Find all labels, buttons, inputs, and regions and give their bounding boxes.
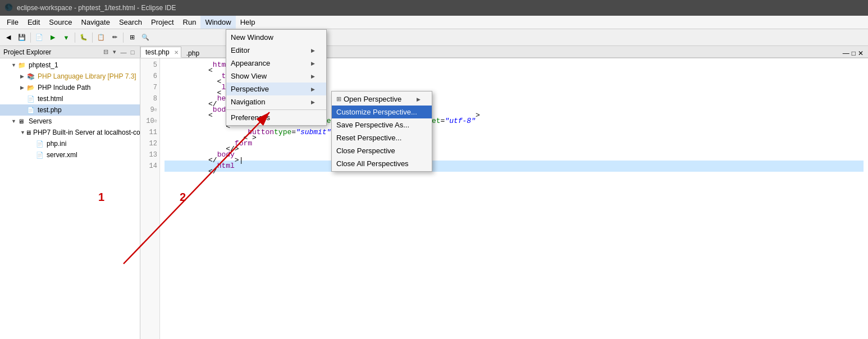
tree-content: ▼ 📁 phptest_1 ▶ 📚 PHP Language Library [… bbox=[0, 58, 140, 339]
menu-navigate[interactable]: Navigate bbox=[77, 16, 115, 29]
menu-item-open-perspective[interactable]: ⊞ Open Perspective ▶ bbox=[332, 93, 432, 106]
submenu-arrow: ▶ bbox=[311, 99, 315, 105]
menu-source[interactable]: Source bbox=[44, 16, 76, 29]
menu-item-appearance[interactable]: Appearance ▶ bbox=[226, 57, 326, 70]
menu-item-preferences[interactable]: Preferences bbox=[226, 111, 326, 124]
submenu-arrow: ▶ bbox=[311, 61, 315, 66]
collapse-btn[interactable]: ⊟ bbox=[102, 48, 109, 56]
code-line-14: </html>| bbox=[165, 161, 864, 172]
panel-controls: ⊟ ▾ — □ bbox=[102, 48, 136, 56]
editor-window-controls: — □ ✕ bbox=[843, 49, 864, 57]
tree-item-php7server[interactable]: ▼ 🖥 PHP7 Built-in Server at localhost-co… bbox=[0, 127, 140, 138]
arrow: ▶ bbox=[20, 85, 27, 90]
menu-item-close-perspective[interactable]: Close Perspective bbox=[332, 144, 432, 157]
menu-item-editor[interactable]: Editor ▶ bbox=[226, 44, 326, 57]
toolbar-btn6[interactable]: ⊞ bbox=[126, 31, 138, 44]
toolbar-save[interactable]: 💾 bbox=[16, 31, 28, 44]
menu-edit[interactable]: Edit bbox=[23, 16, 44, 29]
submenu-arrow: ▶ bbox=[311, 74, 315, 79]
toolbar-sep1 bbox=[30, 33, 31, 43]
minimize-btn[interactable]: — bbox=[120, 48, 127, 56]
toolbar-back[interactable]: ◀ bbox=[2, 31, 15, 44]
toolbar-btn7[interactable]: 🔍 bbox=[139, 31, 152, 44]
menu-item-navigation[interactable]: Navigation ▶ bbox=[226, 95, 326, 108]
arrow-expanded: ▼ bbox=[20, 130, 25, 135]
server-icon: 🖥 bbox=[18, 118, 27, 125]
tree-label: PHP Include Path bbox=[38, 84, 91, 91]
tab-close-icon[interactable]: ✕ bbox=[174, 49, 179, 56]
panel-title: Project Explorer bbox=[3, 48, 51, 56]
tree-item-phpini[interactable]: 📄 php.ini bbox=[0, 138, 140, 149]
toolbar-btn5[interactable]: ✏ bbox=[108, 31, 121, 44]
tree-item-testhtml[interactable]: 📄 test.html bbox=[0, 93, 140, 104]
badge-1: 1 bbox=[98, 191, 104, 204]
tree-label: server.xml bbox=[47, 151, 77, 159]
tree-item-testphp[interactable]: 📄 test.php bbox=[0, 104, 140, 116]
editor-minimize[interactable]: — bbox=[843, 49, 849, 57]
menu-search[interactable]: Search bbox=[115, 16, 147, 29]
sidebar: Project Explorer ⊟ ▾ — □ ▼ 📁 phptest_1 ▶ bbox=[0, 46, 140, 339]
perspective-submenu: ⊞ Open Perspective ▶ Customize Perspecti… bbox=[331, 91, 432, 172]
ini-icon: 📄 bbox=[36, 140, 45, 148]
xml-icon: 📄 bbox=[36, 152, 45, 159]
toolbar-new[interactable]: 📄 bbox=[33, 31, 45, 44]
tree-label: PHP Language Library [PHP 7.3] bbox=[38, 72, 136, 80]
tree-item-phptest1[interactable]: ▼ 📁 phptest_1 bbox=[0, 59, 140, 71]
panel-header: Project Explorer ⊟ ▾ — □ bbox=[0, 46, 140, 58]
toolbar-btn4[interactable]: 📋 bbox=[95, 31, 107, 44]
toolbar-sep2 bbox=[75, 33, 75, 43]
grid-icon: ⊞ bbox=[336, 95, 341, 103]
window-dropdown-menu: New Window Editor ▶ Appearance ▶ Show Vi… bbox=[226, 29, 327, 126]
menu-item-show-view[interactable]: Show View ▶ bbox=[226, 70, 326, 83]
menu-item-new-window[interactable]: New Window bbox=[226, 31, 326, 44]
tree-item-servers[interactable]: ▼ 🖥 Servers bbox=[0, 116, 140, 127]
editor-close[interactable]: ✕ bbox=[858, 49, 864, 57]
html-icon: 📄 bbox=[27, 95, 36, 103]
php-icon: 📄 bbox=[27, 107, 36, 114]
toolbar-sep4 bbox=[123, 33, 124, 43]
menu-project[interactable]: Project bbox=[147, 16, 178, 29]
menu-item-reset-perspective[interactable]: Reset Perspective... bbox=[332, 131, 432, 144]
toolbar-sep3 bbox=[92, 33, 93, 43]
arrow bbox=[29, 141, 36, 146]
menu-item-save-perspective[interactable]: Save Perspective As... bbox=[332, 118, 432, 131]
menu-window[interactable]: Window bbox=[200, 16, 235, 29]
menu-btn[interactable]: ▾ bbox=[111, 48, 118, 56]
editor-tab-testphp[interactable]: test.php ✕ bbox=[140, 47, 181, 58]
menu-bar: File Edit Source Navigate Search Project… bbox=[0, 16, 868, 29]
menu-item-perspective[interactable]: Perspective ▶ bbox=[226, 83, 326, 95]
editor-maximize[interactable]: □ bbox=[852, 49, 856, 57]
arrow bbox=[29, 152, 36, 158]
tree-item-serverxml[interactable]: 📄 server.xml bbox=[0, 149, 140, 161]
menu-run[interactable]: Run bbox=[179, 16, 201, 29]
tree-label: php.ini bbox=[47, 140, 66, 148]
lib-icon: 📚 bbox=[27, 73, 36, 80]
tree-label: test.html bbox=[38, 95, 63, 103]
submenu-arrow: ▶ bbox=[311, 86, 315, 92]
menu-item-customize-perspective[interactable]: Customize Perspective... bbox=[332, 106, 432, 118]
menu-help[interactable]: Help bbox=[236, 16, 260, 29]
toolbar-run-down[interactable]: ▼ bbox=[60, 31, 72, 44]
arrow: ▶ bbox=[20, 74, 27, 79]
eclipse-icon: 🌑 bbox=[4, 3, 13, 12]
line-numbers: 5 6 7 8 9e 10e 11 12 13 14 bbox=[140, 58, 160, 339]
arrow bbox=[20, 96, 27, 102]
menu-file[interactable]: File bbox=[2, 16, 23, 29]
arrow-expanded: ▼ bbox=[11, 62, 18, 68]
toolbar: ◀ 💾 📄 ▶ ▼ 🐛 📋 ✏ ⊞ 🔍 bbox=[0, 29, 868, 46]
arrow-expanded: ▼ bbox=[11, 118, 18, 124]
maximize-btn[interactable]: □ bbox=[129, 48, 136, 56]
arrow bbox=[20, 107, 27, 113]
tree-item-phplib[interactable]: ▶ 📚 PHP Language Library [PHP 7.3] bbox=[0, 71, 140, 82]
submenu-arrow: ▶ bbox=[311, 48, 315, 53]
toolbar-debug[interactable]: 🐛 bbox=[77, 31, 90, 44]
window-title: eclipse-workspace - phptest_1/test.html … bbox=[17, 4, 176, 12]
tree-label: test.php bbox=[38, 106, 62, 114]
tab-label: test.php bbox=[145, 48, 170, 56]
project-icon: 📁 bbox=[18, 62, 27, 69]
badge-2: 2 bbox=[180, 191, 186, 204]
tree-item-phpinclude[interactable]: ▶ 📂 PHP Include Path bbox=[0, 82, 140, 93]
menu-item-close-all-perspectives[interactable]: Close All Perspectives bbox=[332, 157, 432, 170]
toolbar-run[interactable]: ▶ bbox=[47, 31, 59, 44]
tree-label: phptest_1 bbox=[29, 61, 58, 69]
